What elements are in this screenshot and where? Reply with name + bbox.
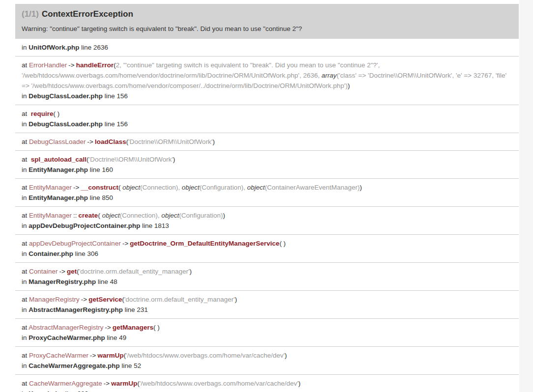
trace-em: object	[122, 184, 140, 191]
trace-plain: at	[22, 110, 31, 117]
trace-plain: at	[22, 324, 28, 331]
trace-plain: at	[22, 184, 29, 191]
trace-paren: ( )	[153, 324, 160, 331]
trace-arg: 'doctrine.orm.default_entity_manager'	[79, 268, 190, 275]
trace-paren: ( )	[280, 240, 286, 247]
trace-line-number: line 160	[88, 166, 113, 173]
trace-file: AbstractManagerRegistry.php	[28, 306, 123, 313]
trace-arg: 'doctrine.orm.default_entity_manager'	[124, 296, 235, 303]
trace-class: EntityManager	[29, 212, 72, 219]
trace-class: CacheWarmerAggregate	[29, 380, 102, 387]
trace-location: in ProxyCacheWarmer.php line 49	[22, 333, 512, 343]
trace-line-number: line 52	[120, 362, 141, 369]
trace-line-number: line 231	[123, 306, 148, 313]
trace-em: object	[161, 212, 179, 219]
trace-arg: (ContainerAwareEventManager)	[265, 184, 360, 191]
trace-line-number: line 1813	[140, 222, 169, 229]
trace-paren: )	[213, 138, 215, 145]
trace-paren: )	[190, 268, 192, 275]
trace-line-number: line 48	[96, 278, 117, 285]
trace-in-label: in	[22, 306, 28, 313]
trace-row: at AbstractManagerRegistry->getManagers(…	[15, 318, 519, 346]
trace-method: loadClass	[95, 138, 126, 145]
trace-in-label: in	[22, 120, 28, 128]
trace-plain: at	[22, 61, 29, 69]
trace-class: EntityManager	[29, 184, 72, 191]
trace-call: at DebugClassLoader->loadClass('Doctrine…	[22, 137, 512, 147]
trace-in-label: in	[22, 362, 28, 369]
trace-location: in UnitOfWork.php line 2636	[22, 42, 512, 53]
exception-header: (1/1)ContextErrorException Warning: "con…	[15, 4, 519, 39]
trace-method: getManagers	[112, 324, 153, 331]
trace-method: get	[67, 268, 77, 275]
trace-location: in appDevDebugProjectContainer.php line …	[22, 221, 512, 231]
trace-arrow: ->	[58, 268, 67, 275]
trace-location: in EntityManager.php line 160	[22, 165, 512, 175]
trace-paren: )	[360, 184, 362, 191]
trace-method: handleError	[76, 61, 114, 69]
trace-in-label: in	[22, 250, 28, 257]
trace-arg: (Configuration)	[179, 212, 223, 219]
trace-line-number: line 2636	[80, 44, 109, 51]
trace-in-label: in	[22, 278, 28, 285]
trace-plain: at	[22, 296, 29, 303]
trace-arg: (Connection),	[140, 184, 182, 191]
trace-row: at CacheWarmerAggregate->warmUp('/web/ht…	[15, 374, 519, 392]
trace-line-number: line 156	[103, 92, 128, 100]
trace-location: in CacheWarmerAggregate.php line 52	[22, 361, 512, 371]
trace-location: in Kernel.php line 680	[22, 389, 512, 392]
trace-em: array	[321, 72, 337, 79]
trace-arrow: ->	[80, 296, 88, 303]
trace-plain: at	[22, 156, 31, 163]
trace-row: at spl_autoload_call('Doctrine\\ORM\\Uni…	[15, 150, 519, 178]
trace-in-label: in	[22, 222, 28, 229]
trace-in-label: in	[22, 334, 28, 341]
trace-paren: )	[235, 296, 237, 303]
trace-arg: (Configuration),	[199, 184, 247, 191]
trace-line-number: line 680	[63, 390, 88, 392]
trace-file: ProxyCacheWarmer.php	[28, 334, 105, 341]
trace-call: at ManagerRegistry->getService('doctrine…	[22, 294, 512, 305]
trace-arrow: ->	[72, 184, 81, 191]
trace-method: warmUp	[111, 380, 137, 387]
trace-file: DebugClassLoader.php	[28, 92, 103, 100]
trace-method: require	[31, 110, 54, 117]
trace-method: create	[79, 212, 98, 219]
trace-file: EntityManager.php	[28, 194, 88, 201]
trace-row: at ProxyCacheWarmer->warmUp('/web/htdocs…	[15, 346, 519, 374]
trace-call: at EntityManager::create( object(Connect…	[22, 210, 512, 221]
trace-arrow: ->	[102, 380, 111, 387]
trace-in-label: in	[22, 390, 28, 392]
trace-class: Container	[29, 268, 58, 275]
trace-line-number: line 850	[88, 194, 113, 201]
trace-plain: at	[22, 138, 29, 145]
trace-plain: at	[22, 240, 29, 247]
trace-plain: at	[22, 268, 29, 275]
trace-row: at Container->get('doctrine.orm.default_…	[15, 262, 519, 290]
trace-file: DebugClassLoader.php	[28, 120, 103, 128]
trace-paren: )	[285, 352, 287, 359]
trace-location: in DebugClassLoader.php line 156	[22, 119, 512, 129]
trace-arrow: ->	[86, 138, 95, 145]
trace-call: at spl_autoload_call('Doctrine\\ORM\\Uni…	[22, 154, 512, 165]
trace-arrow: ->	[67, 61, 76, 69]
trace-plain: at	[22, 380, 29, 387]
exception-page-panel: (1/1)ContextErrorException Warning: "con…	[0, 0, 519, 392]
trace-file: EntityManager.php	[28, 166, 88, 173]
trace-call: at Container->get('doctrine.orm.default_…	[22, 266, 512, 277]
trace-file: appDevDebugProjectContainer.php	[28, 222, 140, 229]
trace-call: at EntityManager->__construct( object(Co…	[22, 182, 512, 193]
trace-row: at DebugClassLoader->loadClass('Doctrine…	[15, 133, 519, 150]
trace-in-label: in	[22, 166, 28, 173]
trace-file: Container.php	[28, 250, 73, 257]
trace-paren: (	[98, 212, 102, 219]
trace-paren: )	[298, 380, 301, 387]
trace-paren: )	[173, 156, 175, 163]
trace-arg: '/web/htdocs/www.overbags.com/home/var/c…	[140, 380, 298, 387]
trace-location: in EntityManager.php line 850	[22, 193, 512, 203]
trace-paren: )	[348, 82, 350, 89]
trace-method: warmUp	[97, 352, 123, 359]
trace-arrow: ->	[88, 352, 97, 359]
trace-file: UnitOfWork.php	[28, 44, 79, 51]
trace-class: appDevDebugProjectContainer	[29, 240, 121, 247]
